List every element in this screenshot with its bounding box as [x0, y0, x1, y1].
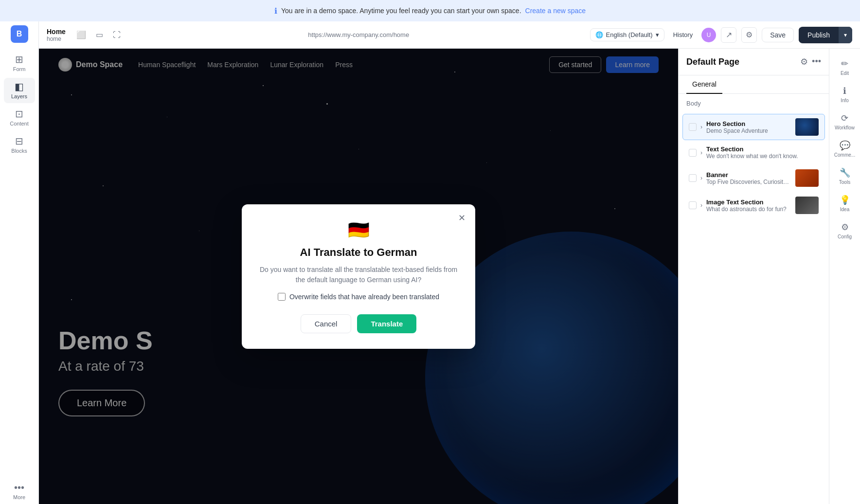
- save-button[interactable]: Save: [762, 28, 794, 42]
- left-sidebar: B ⊞ Form ◧ Layers ⊡ Content ⊟ Blocks •••…: [0, 21, 39, 504]
- settings-icon-btn[interactable]: ⚙: [741, 27, 757, 43]
- publish-button[interactable]: Publish: [799, 28, 839, 42]
- section-image-text[interactable]: › Image Text Section What do astronauts …: [682, 192, 825, 218]
- panel-settings-icon[interactable]: ⚙: [800, 56, 808, 67]
- publish-btn-group: Publish ▾: [799, 27, 852, 43]
- view-controls: ⬜ ▭ ⛶: [73, 28, 124, 41]
- banner-expand-icon[interactable]: ›: [700, 175, 702, 181]
- publish-dropdown-btn[interactable]: ▾: [839, 27, 852, 43]
- body-label: Body: [679, 94, 829, 111]
- modal-actions: Cancel Translate: [257, 314, 460, 333]
- main-content: Home home ⬜ ▭ ⛶ https://www.my-company.c…: [39, 21, 860, 504]
- banner-checkbox[interactable]: [689, 174, 697, 182]
- image-text-info: Image Text Section What do astronauts do…: [706, 198, 791, 213]
- language-selector[interactable]: 🌐 English (Default) ▾: [590, 28, 664, 41]
- sidebar-item-more[interactable]: ••• More: [4, 479, 35, 504]
- hero-info: Hero Section Demo Space Adventure: [706, 120, 791, 134]
- right-panel-title: Default Page: [686, 57, 739, 67]
- workflow-icon: ⟳: [841, 113, 848, 124]
- strip-comments[interactable]: 💬 Comme...: [831, 136, 859, 162]
- hero-thumbnail: [795, 118, 819, 136]
- right-panel-header: Default Page ⚙ •••: [679, 49, 829, 75]
- history-button[interactable]: History: [669, 29, 697, 41]
- overwrite-label: Overwrite fields that have already been …: [289, 293, 439, 301]
- text-section-subtitle: We don't know what we don't know.: [706, 153, 819, 160]
- top-bar: Home home ⬜ ▭ ⛶ https://www.my-company.c…: [39, 21, 860, 49]
- banner-section-subtitle: Top Five Discoveries, Curiosity Rover at…: [706, 179, 791, 185]
- comments-icon: 💬: [840, 140, 850, 151]
- top-bar-right: 🌐 English (Default) ▾ History U ↗ ⚙ Save…: [590, 27, 852, 43]
- canvas-wrapper: Demo Space Human Spaceflight Mars Explor…: [39, 49, 860, 504]
- strip-workflow[interactable]: ⟳ Workflow: [831, 109, 859, 134]
- strip-config[interactable]: ⚙ Config: [831, 218, 859, 243]
- hero-expand-icon[interactable]: ›: [700, 124, 702, 130]
- modal-close-btn[interactable]: ✕: [455, 211, 468, 225]
- content-icon: ⊡: [15, 109, 23, 119]
- language-label: English (Default): [606, 31, 653, 38]
- layers-icon: ◧: [15, 82, 24, 91]
- user-avatar[interactable]: U: [701, 28, 716, 42]
- config-label: Config: [838, 234, 852, 239]
- overwrite-checkbox[interactable]: [278, 293, 286, 301]
- workflow-label: Workflow: [835, 125, 855, 130]
- translate-modal: ✕ 🇩🇪 AI Translate to German Do you want …: [242, 204, 475, 349]
- image-text-expand-icon[interactable]: ›: [700, 202, 702, 209]
- page-title-top: Home: [47, 28, 66, 36]
- info-icon: ℹ: [274, 6, 277, 16]
- notification-text: You are in a demo space. Anytime you fee…: [281, 7, 521, 15]
- hero-checkbox[interactable]: [689, 123, 697, 131]
- expand-view-btn[interactable]: ⛶: [110, 28, 124, 41]
- hero-section-subtitle: Demo Space Adventure: [706, 127, 791, 134]
- image-text-checkbox[interactable]: [689, 201, 697, 209]
- banner-thumbnail: [795, 169, 819, 187]
- form-icon: ⊞: [15, 54, 23, 64]
- strip-tools[interactable]: 🔧 Tools: [831, 163, 859, 189]
- create-space-link[interactable]: Create a new space: [525, 7, 586, 15]
- sidebar-label-form: Form: [13, 66, 26, 72]
- section-hero[interactable]: › Hero Section Demo Space Adventure: [682, 114, 825, 140]
- edit-label: Edit: [841, 71, 849, 76]
- panel-header-icons: ⚙ •••: [800, 56, 821, 67]
- tools-icon: 🔧: [840, 167, 850, 178]
- config-icon: ⚙: [841, 222, 849, 233]
- sections-list: › Hero Section Demo Space Adventure ›: [679, 111, 829, 504]
- image-text-thumbnail: [795, 197, 819, 214]
- panel-tabs: General: [679, 75, 829, 94]
- sidebar-label-layers: Layers: [11, 93, 27, 99]
- text-section-name: Text Section: [706, 145, 819, 153]
- panel-more-icon[interactable]: •••: [812, 56, 821, 67]
- modal-flag: 🇩🇪: [257, 220, 460, 240]
- section-banner[interactable]: › Banner Top Five Discoveries, Curiosity…: [682, 165, 825, 191]
- chevron-down-icon: ▾: [656, 31, 659, 38]
- more-icon: •••: [14, 483, 24, 492]
- text-expand-icon[interactable]: ›: [700, 149, 702, 156]
- tablet-view-btn[interactable]: ▭: [93, 28, 106, 41]
- modal-overlay: ✕ 🇩🇪 AI Translate to German Do you want …: [39, 49, 678, 504]
- sidebar-item-blocks[interactable]: ⊟ Blocks: [4, 132, 35, 158]
- desktop-view-btn[interactable]: ⬜: [73, 28, 89, 41]
- idea-label: Idea: [840, 207, 849, 212]
- avatar-initials: U: [707, 32, 711, 38]
- section-text[interactable]: › Text Section We don't know what we don…: [682, 141, 825, 164]
- canvas-area: Demo Space Human Spaceflight Mars Explor…: [39, 49, 678, 504]
- cancel-button[interactable]: Cancel: [301, 314, 352, 333]
- sidebar-item-form[interactable]: ⊞ Form: [4, 51, 35, 76]
- notification-bar: ℹ You are in a demo space. Anytime you f…: [0, 0, 860, 21]
- strip-info[interactable]: ℹ Info: [831, 82, 859, 107]
- tab-general[interactable]: General: [686, 75, 722, 94]
- page-slug: home: [47, 36, 66, 42]
- strip-idea[interactable]: 💡 Idea: [831, 191, 859, 216]
- external-link-btn[interactable]: ↗: [721, 27, 736, 43]
- hero-section-name: Hero Section: [706, 120, 791, 127]
- strip-edit[interactable]: ✏ Edit: [831, 54, 859, 80]
- sidebar-label-blocks: Blocks: [11, 148, 27, 154]
- info-label: Info: [841, 98, 849, 103]
- edit-icon: ✏: [841, 58, 848, 69]
- sidebar-label-more: More: [13, 494, 25, 500]
- text-checkbox[interactable]: [689, 149, 697, 157]
- translate-button[interactable]: Translate: [357, 314, 416, 333]
- globe-icon: 🌐: [595, 31, 603, 38]
- image-text-section-name: Image Text Section: [706, 198, 791, 206]
- sidebar-item-layers[interactable]: ◧ Layers: [4, 78, 35, 103]
- sidebar-item-content[interactable]: ⊡ Content: [4, 105, 35, 130]
